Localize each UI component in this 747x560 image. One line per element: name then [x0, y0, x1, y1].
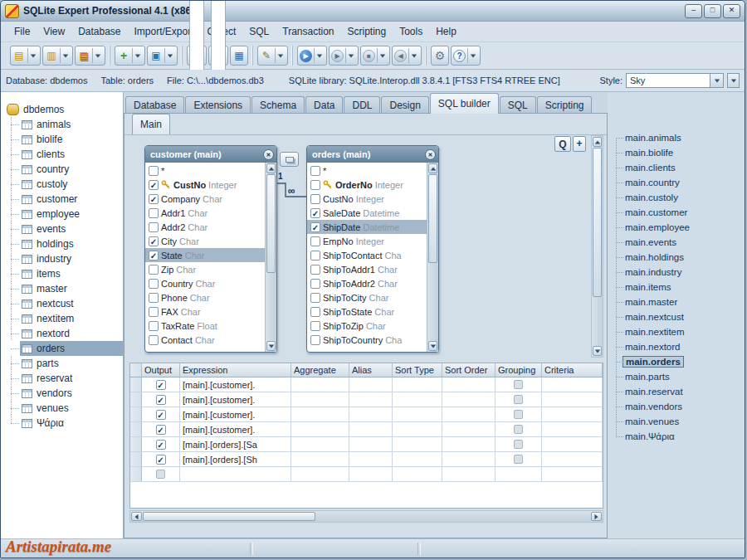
- expression-cell[interactable]: [main].[customer].: [180, 392, 291, 407]
- output-checkbox[interactable]: ✓: [156, 395, 166, 405]
- style-dropdown-icon[interactable]: [710, 74, 723, 87]
- empty-cell[interactable]: [442, 377, 496, 392]
- field-row-addr2[interactable]: Addr2Char: [145, 220, 265, 234]
- query-table-main-biolife[interactable]: main.biolife: [608, 145, 745, 160]
- empty-cell[interactable]: [393, 422, 442, 437]
- tab-data[interactable]: Data: [305, 96, 343, 114]
- close-icon[interactable]: ✕: [263, 149, 274, 160]
- empty-cell[interactable]: [291, 392, 349, 407]
- field-row-company[interactable]: ✓CompanyChar: [145, 192, 265, 206]
- field-row-shiptostate[interactable]: ShipToStateChar: [307, 304, 427, 319]
- output-cell[interactable]: ✓: [142, 452, 180, 467]
- field-checkbox[interactable]: [310, 251, 320, 261]
- empty-cell[interactable]: [349, 467, 393, 482]
- criteria-cell[interactable]: [542, 437, 603, 452]
- tab-scripting[interactable]: Scripting: [537, 96, 593, 114]
- grouping-cell[interactable]: [496, 422, 542, 437]
- output-cell[interactable]: ✓: [142, 422, 180, 437]
- output-cell[interactable]: ✓: [142, 377, 180, 392]
- field-row-saledate[interactable]: ✓SaleDateDatetime: [307, 206, 427, 220]
- add-table-button[interactable]: +: [573, 136, 586, 152]
- menu-tools[interactable]: Tools: [393, 23, 429, 40]
- field-row-shiptozip[interactable]: ShipToZipChar: [307, 319, 427, 333]
- field-row-star[interactable]: *: [145, 163, 265, 178]
- column-header-grouping[interactable]: Grouping: [496, 363, 542, 377]
- tree-item-nextitem[interactable]: nextitem: [1, 311, 123, 326]
- execute-sql-button[interactable]: ▶: [297, 46, 327, 66]
- output-checkbox[interactable]: ✓: [156, 440, 166, 450]
- query-table-main-master[interactable]: main.master: [608, 295, 745, 309]
- field-row-custno[interactable]: ✓CustNoInteger: [145, 178, 265, 192]
- query-table-main-industry[interactable]: main.industry: [608, 265, 745, 280]
- field-checkbox[interactable]: [310, 166, 320, 176]
- column-header-alias[interactable]: Alias: [349, 363, 393, 377]
- tab-database[interactable]: Database: [125, 96, 184, 114]
- grouping-cell[interactable]: [496, 437, 542, 452]
- empty-cell[interactable]: [442, 437, 496, 452]
- output-checkbox[interactable]: ✓: [156, 455, 166, 465]
- field-row-shiptoaddr2[interactable]: ShipToAddr2Char: [307, 276, 427, 290]
- field-row-shiptocountry[interactable]: ShipToCountryCha: [307, 333, 427, 347]
- style-extra-dropdown-icon[interactable]: [727, 73, 740, 88]
- field-checkbox[interactable]: [310, 265, 320, 275]
- field-row-custno[interactable]: CustNoInteger: [307, 192, 427, 206]
- field-checkbox[interactable]: [310, 321, 320, 331]
- field-checkbox[interactable]: [149, 265, 159, 275]
- field-checkbox[interactable]: [149, 166, 159, 176]
- empty-cell[interactable]: [349, 377, 393, 392]
- field-checkbox[interactable]: [149, 335, 159, 345]
- table-window-customer[interactable]: customer (main) ✕ *✓CustNoInteger✓Compan…: [144, 145, 277, 353]
- expression-cell[interactable]: [main].[orders].[Sh: [180, 452, 291, 467]
- grid-horizontal-scrollbar[interactable]: [129, 510, 603, 523]
- scroll-up-icon[interactable]: [593, 137, 602, 147]
- grid-row-1[interactable]: ✓[main].[customer].: [130, 377, 603, 392]
- scroll-right-icon[interactable]: [591, 512, 602, 521]
- dropdown-arrow-icon[interactable]: [27, 48, 38, 63]
- field-row-shiptocity[interactable]: ShipToCityChar: [307, 290, 427, 304]
- expression-cell[interactable]: [main].[customer].: [180, 377, 291, 392]
- row-selector[interactable]: [130, 407, 142, 422]
- field-row-shipdate[interactable]: ✓ShipDateDatetime: [307, 220, 427, 234]
- output-checkbox[interactable]: ✓: [156, 410, 166, 420]
- column-header-sort-order[interactable]: Sort Order: [442, 363, 496, 377]
- query-canvas[interactable]: customer (main) ✕ *✓CustNoInteger✓Compan…: [129, 135, 591, 358]
- field-row-empno[interactable]: EmpNoInteger: [307, 234, 427, 248]
- field-checkbox[interactable]: ✓: [149, 236, 159, 246]
- scroll-thumb[interactable]: [593, 148, 602, 297]
- field-row-shiptoaddr1[interactable]: ShipToAddr1Char: [307, 262, 427, 276]
- undo-transaction-button[interactable]: ◀: [392, 46, 422, 66]
- tree-item-customer[interactable]: customer: [1, 192, 123, 207]
- field-row-addr1[interactable]: Addr1Char: [145, 206, 265, 220]
- options-button[interactable]: ⚙: [431, 46, 449, 66]
- customer-scrollbar[interactable]: [265, 163, 276, 352]
- field-checkbox[interactable]: [149, 222, 159, 232]
- tree-item-employee[interactable]: employee: [1, 207, 123, 222]
- tree-item-animals[interactable]: animals: [1, 117, 123, 132]
- empty-cell[interactable]: [349, 407, 393, 422]
- empty-cell[interactable]: [349, 437, 393, 452]
- dropdown-arrow-icon[interactable]: [132, 48, 143, 63]
- empty-cell[interactable]: [393, 452, 442, 467]
- scroll-track[interactable]: [593, 147, 602, 346]
- menu-file[interactable]: File: [7, 23, 37, 40]
- dropdown-arrow-icon[interactable]: [377, 48, 388, 63]
- empty-cell[interactable]: [291, 467, 349, 482]
- expression-cell[interactable]: [main].[orders].[Sa: [180, 437, 291, 452]
- field-checkbox[interactable]: [310, 180, 320, 190]
- query-table-main-holdings[interactable]: main.holdings: [608, 250, 745, 265]
- empty-cell[interactable]: [442, 467, 496, 482]
- dropdown-arrow-icon[interactable]: [92, 48, 103, 63]
- field-checkbox[interactable]: ✓: [310, 208, 320, 218]
- table-window-customer-header[interactable]: customer (main) ✕: [145, 146, 276, 163]
- tree-item-country[interactable]: country: [1, 162, 123, 177]
- query-table-main-parts[interactable]: main.parts: [608, 369, 745, 384]
- query-table-main-items[interactable]: main.items: [608, 280, 745, 295]
- field-row-state[interactable]: ✓StateChar: [145, 248, 265, 262]
- scroll-thumb[interactable]: [143, 512, 315, 521]
- field-checkbox[interactable]: ✓: [149, 180, 159, 190]
- empty-cell[interactable]: [393, 467, 442, 482]
- grouping-checkbox[interactable]: [514, 380, 523, 389]
- tree-item-biolife[interactable]: biolife: [1, 132, 123, 147]
- grouping-checkbox[interactable]: [514, 425, 523, 434]
- field-row-orderno[interactable]: OrderNoInteger: [307, 178, 427, 192]
